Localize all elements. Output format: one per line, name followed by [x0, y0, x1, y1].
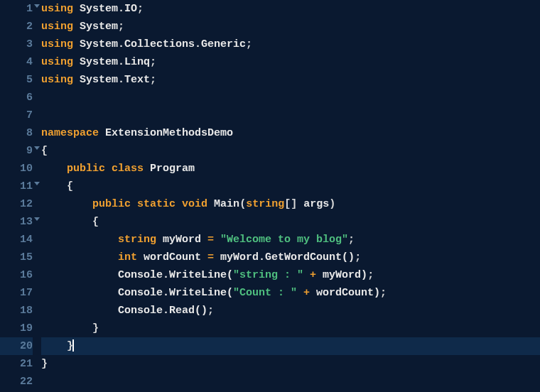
code-line[interactable]: using System.Linq; — [41, 53, 540, 71]
code-line[interactable]: using System; — [41, 18, 540, 36]
line-number: 15 — [0, 249, 33, 266]
line-number: 3 — [0, 36, 33, 53]
line-number: 21 — [0, 355, 33, 373]
line-number: 5 — [0, 71, 33, 89]
line-number: 9 — [0, 142, 33, 160]
code-line[interactable]: Console.WriteLine("string : " + myWord); — [41, 266, 540, 284]
line-number: 2 — [0, 18, 33, 36]
code-line[interactable]: { — [41, 213, 540, 231]
line-number: 19 — [0, 320, 33, 337]
line-number: 20 — [0, 337, 33, 355]
line-number: 14 — [0, 231, 33, 249]
code-line[interactable]: using System.IO; — [41, 0, 540, 18]
line-number: 17 — [0, 284, 33, 302]
line-number: 13 — [0, 213, 33, 231]
code-line[interactable]: { — [41, 178, 540, 195]
line-number: 16 — [0, 266, 33, 284]
code-line[interactable]: using System.Text; — [41, 71, 540, 89]
line-number: 12 — [0, 195, 33, 213]
code-line[interactable] — [41, 89, 540, 107]
code-line[interactable]: string myWord = "Welcome to my blog"; — [41, 231, 540, 249]
fold-icon[interactable] — [34, 217, 40, 221]
code-line[interactable] — [41, 373, 540, 391]
line-number: 1 — [0, 0, 33, 18]
code-line[interactable]: public class Program — [41, 160, 540, 178]
code-line[interactable]: using System.Collections.Generic; — [41, 36, 540, 53]
code-line[interactable]: namespace ExtensionMethodsDemo — [41, 124, 540, 142]
code-area[interactable]: using System.IO; using System; using Sys… — [41, 0, 540, 392]
code-line[interactable]: } — [41, 355, 540, 373]
code-line[interactable]: int wordCount = myWord.GetWordCount(); — [41, 249, 540, 266]
code-line[interactable]: { — [41, 142, 540, 160]
line-number: 18 — [0, 302, 33, 320]
code-line[interactable] — [41, 107, 540, 124]
line-number: 4 — [0, 53, 33, 71]
line-number-gutter: 1 2 3 4 5 6 7 8 9 10 11 12 13 14 15 16 1… — [0, 0, 41, 392]
code-line-active[interactable]: } — [41, 337, 540, 355]
code-line[interactable]: public static void Main(string[] args) — [41, 195, 540, 213]
line-number: 7 — [0, 107, 33, 124]
code-line[interactable]: } — [41, 320, 540, 337]
line-number: 10 — [0, 160, 33, 178]
line-number: 6 — [0, 89, 33, 107]
line-number: 8 — [0, 124, 33, 142]
text-cursor — [72, 339, 74, 352]
code-editor[interactable]: 1 2 3 4 5 6 7 8 9 10 11 12 13 14 15 16 1… — [0, 0, 540, 392]
fold-icon[interactable] — [34, 146, 40, 150]
fold-icon[interactable] — [34, 4, 40, 8]
line-number: 22 — [0, 373, 33, 391]
fold-icon[interactable] — [34, 182, 40, 185]
code-line[interactable]: Console.WriteLine("Count : " + wordCount… — [41, 284, 540, 302]
code-line[interactable]: Console.Read(); — [41, 302, 540, 320]
line-number: 11 — [0, 178, 33, 195]
